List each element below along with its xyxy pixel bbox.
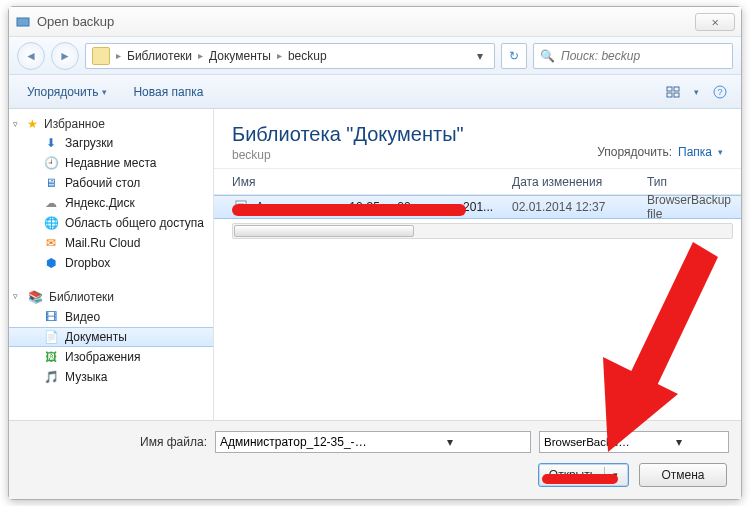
titlebar: Open backup ⨉ [9,7,741,37]
sidebar-item-label: Dropbox [65,256,110,270]
refresh-button[interactable]: ↻ [501,43,527,69]
sidebar-item-label: Недавние места [65,156,156,170]
sidebar-item-yandex[interactable]: ☁Яндекс.Диск [9,193,213,213]
chevron-down-icon: ▾ [694,87,699,97]
download-icon: ⬇ [43,135,59,151]
file-list: Администратор_12-35_-_02_января_201... 0… [214,195,741,420]
address-bar[interactable]: ▸ Библиотеки ▸ Документы ▸ beckup ▾ [85,43,495,69]
column-type[interactable]: Тип [647,175,741,189]
open-label: Открыть [549,468,596,482]
collapse-icon: ▿ [13,119,18,129]
file-row[interactable]: Администратор_12-35_-_02_января_201... 0… [214,195,741,219]
window-title: Open backup [37,14,114,29]
forward-button[interactable]: ► [51,42,79,70]
bottom-panel: Имя файла: Администратор_12-35_-_02_янва… [9,420,741,499]
navbar: ◄ ► ▸ Библиотеки ▸ Документы ▸ beckup ▾ … [9,37,741,75]
libraries-header[interactable]: ▿ 📚 Библиотеки [9,287,213,307]
dropbox-icon: ⬢ [43,255,59,271]
close-button[interactable]: ⨉ [695,13,735,31]
svg-rect-4 [674,93,679,97]
column-name[interactable]: Имя [232,175,512,189]
new-folder-button[interactable]: Новая папка [125,82,211,102]
filter-combo[interactable]: BrowserBackup Files (*.bbf;*.zip ▾ [539,431,729,453]
favorites-header[interactable]: ▿ ★ Избранное [9,115,213,133]
body: ▿ ★ Избранное ⬇Загрузки 🕘Недавние места … [9,109,741,420]
library-header: Библиотека "Документы" beckup Упорядочит… [214,109,741,169]
column-date[interactable]: Дата изменения [512,175,647,189]
chevron-down-icon[interactable]: ▾ [613,470,618,480]
sidebar-item-video[interactable]: 🎞Видео [9,307,213,327]
breadcrumb[interactable]: beckup [288,49,327,63]
button-row: Открыть ▾ Отмена [21,463,729,487]
svg-text:?: ? [717,87,722,97]
new-folder-label: Новая папка [133,85,203,99]
star-icon: ★ [27,117,38,131]
sidebar-item-label: Музыка [65,370,107,384]
chevron-right-icon: ▸ [198,50,203,61]
organize-label: Упорядочить [27,85,98,99]
cloud-icon: ☁ [43,195,59,211]
column-headers: Имя Дата изменения Тип [214,169,741,195]
breadcrumb[interactable]: Библиотеки [127,49,192,63]
app-icon [15,14,31,30]
sidebar-item-public[interactable]: 🌐Область общего доступа [9,213,213,233]
chevron-down-icon: ▾ [718,147,723,157]
chevron-down-icon: ▾ [102,87,107,97]
filename-combo[interactable]: Администратор_12-35_-_02_января_2014_(op… [215,431,531,453]
favorites-group: ▿ ★ Избранное ⬇Загрузки 🕘Недавние места … [9,115,213,273]
file-icon [232,198,250,216]
video-icon: 🎞 [43,309,59,325]
search-icon: 🔍 [540,49,555,63]
sidebar-item-label: Видео [65,310,100,324]
horizontal-scrollbar[interactable] [232,223,733,239]
arrange-value[interactable]: Папка [678,145,712,159]
scrollbar-thumb[interactable] [234,225,414,237]
sidebar-item-mailru[interactable]: ✉Mail.Ru Cloud [9,233,213,253]
document-icon: 📄 [43,329,59,345]
cancel-label: Отмена [661,468,704,482]
open-button[interactable]: Открыть ▾ [538,463,629,487]
main-pane: Библиотека "Документы" beckup Упорядочит… [214,109,741,420]
chevron-right-icon: ▸ [116,50,121,61]
sidebar-item-music[interactable]: 🎵Музыка [9,367,213,387]
sidebar-item-desktop[interactable]: 🖥Рабочий стол [9,173,213,193]
arrange-by: Упорядочить: Папка ▾ [597,145,723,159]
collapse-icon: ▿ [13,291,18,301]
split-divider [604,467,605,483]
chevron-down-icon[interactable]: ▾ [634,433,724,451]
sidebar-item-recent[interactable]: 🕘Недавние места [9,153,213,173]
address-dropdown[interactable]: ▾ [472,49,488,63]
breadcrumb[interactable]: Документы [209,49,271,63]
search-box[interactable]: 🔍 [533,43,733,69]
file-name: Администратор_12-35_-_02_января_201... [256,200,512,214]
search-input[interactable] [561,49,726,63]
sidebar-item-label: Яндекс.Диск [65,196,135,210]
favorites-label: Избранное [44,117,105,131]
organize-button[interactable]: Упорядочить ▾ [19,82,115,102]
back-button[interactable]: ◄ [17,42,45,70]
filename-label: Имя файла: [21,435,207,449]
back-arrow-icon: ◄ [25,49,37,63]
sidebar-item-label: Область общего доступа [65,216,204,230]
sidebar-item-label: Загрузки [65,136,113,150]
desktop-icon: 🖥 [43,175,59,191]
sidebar-item-dropbox[interactable]: ⬢Dropbox [9,253,213,273]
sidebar-item-downloads[interactable]: ⬇Загрузки [9,133,213,153]
music-icon: 🎵 [43,369,59,385]
sidebar-item-documents[interactable]: 📄Документы [9,327,213,347]
cancel-button[interactable]: Отмена [639,463,727,487]
sidebar-item-pictures[interactable]: 🖼Изображения [9,347,213,367]
chevron-right-icon: ▸ [277,50,282,61]
view-options-button[interactable] [662,81,684,103]
recent-icon: 🕘 [43,155,59,171]
arrange-label: Упорядочить: [597,145,672,159]
folder-icon [92,47,110,65]
sidebar-item-label: Рабочий стол [65,176,140,190]
chevron-down-icon[interactable]: ▾ [373,433,526,451]
filename-row: Имя файла: Администратор_12-35_-_02_янва… [21,431,729,453]
library-icon: 📚 [27,289,43,305]
library-subtitle: beckup [232,148,597,162]
help-button[interactable]: ? [709,81,731,103]
close-icon: ⨉ [712,15,718,28]
filename-value: Администратор_12-35_-_02_января_2014_(op… [220,435,373,449]
